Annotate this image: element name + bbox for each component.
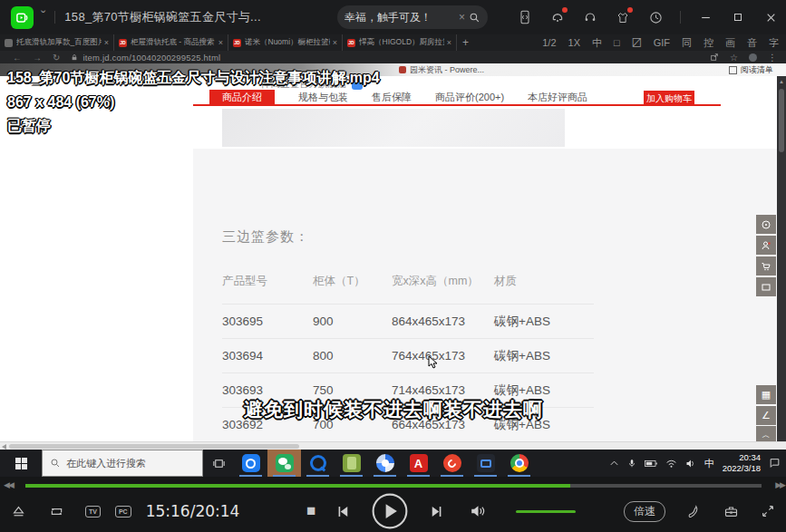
tab-shop-picks[interactable]: 本店好评商品: [528, 91, 587, 104]
chevron-down-icon[interactable]: ˇ: [41, 9, 45, 25]
taskbar-app-music[interactable]: [435, 450, 469, 477]
history-clock-icon[interactable]: [647, 9, 664, 25]
tool-picture[interactable]: 画: [725, 36, 735, 50]
tv-cast-icon[interactable]: TV: [85, 506, 101, 517]
action-center-icon[interactable]: [769, 458, 781, 469]
feedback-icon[interactable]: ∠: [756, 406, 776, 425]
compare-box-icon[interactable]: [756, 277, 776, 296]
wifi-icon[interactable]: [665, 459, 677, 469]
browser-menu-icon[interactable]: ⋮: [768, 53, 777, 63]
tab-reviews[interactable]: 商品评价(200+): [435, 91, 504, 104]
bookmark-star-icon[interactable]: ☆: [730, 53, 738, 63]
page-horizontal-scrollbar[interactable]: [0, 441, 786, 450]
clear-search-icon[interactable]: ×: [459, 11, 465, 24]
tool-gif[interactable]: GIF: [654, 37, 670, 48]
search-icon[interactable]: [469, 12, 480, 24]
skin-tshirt-icon[interactable]: [615, 9, 631, 25]
back-icon[interactable]: ←: [13, 53, 22, 63]
add-to-cart-button[interactable]: 加入购物车: [644, 91, 694, 106]
close-button[interactable]: [762, 9, 779, 25]
reload-icon[interactable]: ↻: [53, 53, 60, 63]
taskbar-app-recorder[interactable]: [469, 450, 502, 477]
taskbar-app-wechat[interactable]: [267, 450, 301, 477]
browser-tab[interactable]: JD 悍高（HIGOLD）厨房拉篮 ×: [343, 34, 457, 51]
window-title: 158_第70节橱柜锅碗篮五金尺寸与...: [64, 9, 261, 25]
bookmark-item[interactable]: 园米资讯 - Powere...: [399, 64, 484, 76]
scrollbar-thumb[interactable]: [9, 444, 299, 449]
taskbar-app-meeting[interactable]: [234, 450, 267, 477]
share-icon[interactable]: [710, 53, 719, 62]
player-control-bar: ◀◀ ▶▶ TV PC 15:16/20:14 ■ 倍速: [0, 477, 786, 532]
taskbar-app-chrome[interactable]: [502, 450, 536, 477]
scrollbar-thumb[interactable]: [779, 89, 784, 152]
playback-speed-button[interactable]: 倍速: [624, 501, 665, 522]
hidden-icons-chevron[interactable]: [609, 459, 619, 467]
seek-forward-icon[interactable]: ▶▶: [775, 480, 784, 489]
toolbox-icon[interactable]: [723, 504, 739, 518]
reading-list-button[interactable]: 阅读清单: [729, 64, 773, 76]
tool-frame-step[interactable]: 1/2: [542, 37, 556, 48]
tool-speed[interactable]: 1X: [568, 37, 580, 48]
eject-open-file-icon[interactable]: [11, 504, 26, 519]
phone-transfer-icon[interactable]: [517, 9, 533, 25]
taskbar-app-qq-browser[interactable]: [301, 450, 335, 477]
tool-window-mode[interactable]: □: [614, 37, 620, 48]
jd-favicon: JD: [347, 39, 355, 47]
tool-crop[interactable]: 〼: [632, 37, 642, 48]
previous-button[interactable]: [335, 505, 351, 518]
stop-button[interactable]: ■: [306, 502, 315, 520]
play-button[interactable]: [371, 492, 409, 530]
pc-mode-icon[interactable]: PC: [115, 506, 131, 517]
volume-button[interactable]: [470, 504, 487, 518]
follow-shop-icon[interactable]: [756, 236, 776, 255]
taskbar-clock[interactable]: 20:34 2022/3/18: [723, 452, 761, 474]
volume-slider[interactable]: [516, 510, 576, 513]
forward-icon[interactable]: →: [33, 53, 42, 63]
fullscreen-icon[interactable]: [761, 504, 775, 518]
tab-close-icon[interactable]: ×: [447, 38, 451, 47]
notification-bell-icon[interactable]: [549, 9, 566, 25]
taskbar-app-a[interactable]: A: [402, 450, 435, 477]
profile-avatar[interactable]: [749, 53, 757, 62]
tab-title: 托底滑轨加厚款_百度图片搜索: [16, 37, 102, 48]
player-logo-icon[interactable]: [11, 6, 34, 29]
start-button[interactable]: [0, 450, 42, 477]
maximize-button[interactable]: [730, 9, 746, 25]
next-button[interactable]: [429, 505, 444, 518]
tool-subtitle[interactable]: 字: [769, 36, 779, 50]
task-view-button[interactable]: [203, 450, 234, 477]
pepper-hot-icon[interactable]: [687, 504, 702, 519]
page-vertical-scrollbar[interactable]: ▲: [777, 76, 786, 441]
loop-mode-icon[interactable]: [48, 505, 65, 518]
new-tab-button[interactable]: +: [462, 36, 469, 49]
taskbar-search[interactable]: 在此键入进行搜索: [42, 450, 203, 477]
qr-code-icon[interactable]: ▦: [756, 385, 776, 404]
search-input[interactable]: 幸福，触手可及！: [344, 10, 455, 25]
seek-bar[interactable]: [25, 484, 762, 488]
tool-audio[interactable]: 音: [747, 36, 757, 50]
seek-back-icon[interactable]: ◀◀: [4, 480, 13, 489]
browser-tab[interactable]: 托底滑轨加厚款_百度图片搜索 ×: [0, 34, 114, 51]
tool-control[interactable]: 控: [704, 36, 713, 50]
tab-close-icon[interactable]: ×: [218, 38, 223, 47]
headphones-icon[interactable]: [582, 9, 598, 25]
tab-close-icon[interactable]: ×: [104, 38, 109, 47]
tool-screenshot[interactable]: 中: [592, 36, 602, 50]
volume-icon[interactable]: [685, 459, 696, 469]
battery-icon[interactable]: [645, 459, 657, 468]
cart-icon[interactable]: [756, 256, 776, 276]
browser-tab[interactable]: JD 诺米（Nuomi）橱柜拉篮碗架 ×: [228, 34, 343, 51]
taskbar-app-notes[interactable]: [335, 450, 368, 477]
taskbar-app-pinwheel[interactable]: [368, 450, 402, 477]
customer-service-icon[interactable]: [756, 215, 776, 234]
minimize-button[interactable]: [697, 9, 713, 25]
titlebar-search[interactable]: 幸福，触手可及！ ×: [337, 5, 488, 29]
tool-pip[interactable]: 同: [682, 36, 692, 50]
microphone-icon[interactable]: [627, 458, 636, 469]
tab-close-icon[interactable]: ×: [333, 38, 337, 47]
scroll-up-arrow[interactable]: ▲: [777, 76, 786, 87]
url-text[interactable]: item.jd.com/10040200299525.html: [82, 53, 220, 63]
video-display-area[interactable]: 托底滑轨加厚款_百度图片搜索 × JD 柜屉滑轨托底 - 商品搜索 - 京东 ×…: [0, 34, 786, 450]
browser-tab[interactable]: JD 柜屉滑轨托底 - 商品搜索 - 京东 ×: [114, 34, 228, 51]
input-method-indicator[interactable]: 中: [704, 457, 714, 470]
